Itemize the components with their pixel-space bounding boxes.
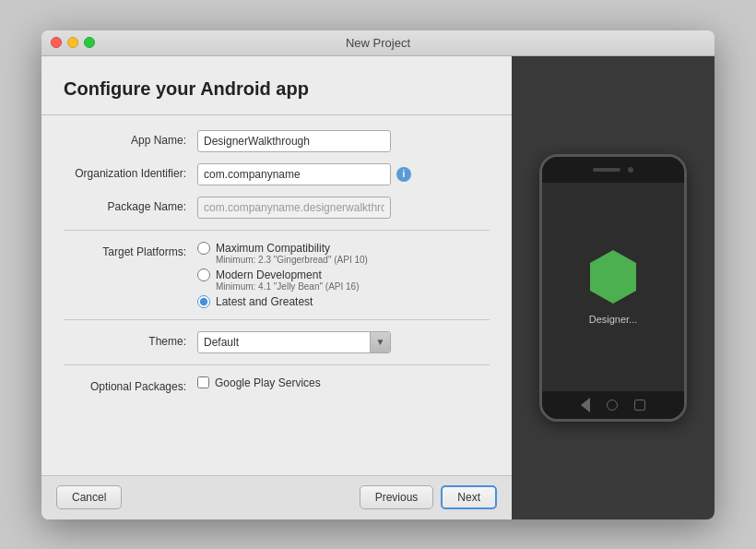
app-name-label: App Name: <box>64 130 197 147</box>
radio-sublabel-moderndev: Minimum: 4.1 "Jelly Bean" (API 16) <box>216 281 490 292</box>
divider-3 <box>64 364 490 365</box>
package-name-input <box>197 197 391 219</box>
org-id-label: Organization Identifier: <box>64 163 197 180</box>
app-name-input[interactable] <box>197 130 391 152</box>
right-panel: Designer... <box>512 56 715 519</box>
theme-select-text: Default <box>198 331 370 353</box>
phone-top-bar <box>542 157 684 183</box>
package-name-control <box>197 197 490 219</box>
info-icon[interactable]: i <box>396 167 411 182</box>
package-name-label: Package Name: <box>64 197 197 213</box>
radio-sublabel-maxcompat: Minimum: 2.3 "Gingerbread" (API 10) <box>216 255 490 265</box>
target-platforms-label: Target Platforms: <box>64 242 197 258</box>
window-title: New Project <box>346 36 410 50</box>
window-controls <box>51 37 95 48</box>
org-id-input[interactable] <box>197 163 391 185</box>
target-platforms-control: Maximum Compatibility Minimum: 2.3 "Ging… <box>197 242 490 308</box>
footer: Cancel Previous Next <box>41 475 512 519</box>
radio-moderndev[interactable] <box>197 269 210 281</box>
phone-screen: Designer... <box>542 183 684 391</box>
radio-maxcompat[interactable] <box>197 242 210 255</box>
theme-select-wrapper[interactable]: Default ▼ <box>197 331 391 353</box>
previous-button[interactable]: Previous <box>360 485 434 509</box>
phone-camera <box>628 167 633 173</box>
google-play-label: Google Play Services <box>215 376 321 389</box>
minimize-button[interactable] <box>67 37 78 48</box>
phone-bottom-bar <box>542 391 684 419</box>
app-icon-hexagon <box>589 249 637 304</box>
header-section: Configure your Android app <box>41 78 512 115</box>
package-name-row: Package Name: <box>64 197 490 219</box>
google-play-row: Google Play Services <box>197 376 490 389</box>
maximize-button[interactable] <box>84 37 95 48</box>
radio-group: Maximum Compatibility Minimum: 2.3 "Ging… <box>197 242 490 308</box>
theme-row: Theme: Default ▼ <box>64 331 490 353</box>
phone-mockup: Designer... <box>539 154 687 422</box>
main-window: New Project Configure your Android app A… <box>41 30 715 519</box>
radio-option-latest: Latest and Greatest <box>197 295 490 308</box>
divider-2 <box>64 319 490 320</box>
radio-option-maxcompat: Maximum Compatibility Minimum: 2.3 "Ging… <box>197 242 490 265</box>
theme-control: Default ▼ <box>197 331 490 353</box>
divider-1 <box>64 230 490 231</box>
optional-packages-row: Optional Packages: Google Play Services <box>64 376 490 393</box>
org-id-input-group: i <box>197 163 490 185</box>
nav-back-icon <box>581 398 590 412</box>
nav-home-icon <box>607 400 618 411</box>
theme-select-arrow-icon[interactable]: ▼ <box>370 331 390 353</box>
target-platforms-row: Target Platforms: Maximum Compatibility … <box>64 242 490 308</box>
app-name-row: App Name: <box>64 130 490 152</box>
nav-recents-icon <box>634 400 645 411</box>
radio-label-latest: Latest and Greatest <box>216 295 313 308</box>
radio-label-maxcompat: Maximum Compatibility <box>216 242 330 255</box>
org-id-control: i <box>197 163 490 185</box>
optional-packages-label: Optional Packages: <box>64 376 197 393</box>
window-body: Configure your Android app App Name: Org… <box>41 56 715 519</box>
left-panel: Configure your Android app App Name: Org… <box>41 56 512 519</box>
phone-speaker <box>593 168 620 172</box>
optional-packages-control: Google Play Services <box>197 376 490 389</box>
theme-label: Theme: <box>64 331 197 348</box>
radio-row-moderndev: Modern Development <box>197 269 490 281</box>
google-play-checkbox[interactable] <box>197 376 209 388</box>
svg-marker-0 <box>590 250 636 304</box>
title-bar: New Project <box>41 30 715 56</box>
footer-right: Previous Next <box>360 485 497 509</box>
next-button[interactable]: Next <box>441 485 497 509</box>
app-name-display: Designer... <box>589 314 638 325</box>
configure-title: Configure your Android app <box>64 78 490 100</box>
form-area: App Name: Organization Identifier: i <box>41 115 512 475</box>
radio-option-moderndev: Modern Development Minimum: 4.1 "Jelly B… <box>197 269 490 292</box>
radio-row-latest: Latest and Greatest <box>197 295 490 308</box>
radio-latest[interactable] <box>197 295 210 308</box>
radio-label-moderndev: Modern Development <box>216 269 322 281</box>
close-button[interactable] <box>51 37 62 48</box>
cancel-button[interactable]: Cancel <box>56 485 122 509</box>
app-name-control <box>197 130 490 152</box>
radio-row-maxcompat: Maximum Compatibility <box>197 242 490 255</box>
org-id-row: Organization Identifier: i <box>64 163 490 185</box>
